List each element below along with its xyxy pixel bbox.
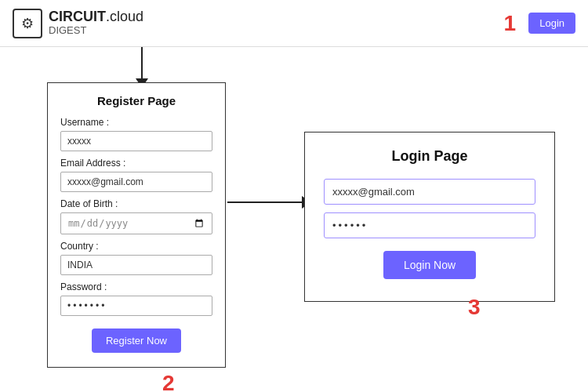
register-card: Register Page Username : Email Address :… bbox=[47, 82, 226, 368]
register-title: Register Page bbox=[60, 94, 212, 107]
logo-area: ⚙ CIRCUIT.cloud DIGEST bbox=[13, 9, 143, 38]
email-label: Email Address : bbox=[60, 158, 212, 169]
dob-label: Date of Birth : bbox=[60, 198, 212, 209]
register-now-button[interactable]: Register Now bbox=[92, 328, 181, 353]
logo-text: CIRCUIT.cloud DIGEST bbox=[49, 9, 143, 36]
logo-circuit: CIRCUIT bbox=[49, 9, 106, 24]
username-label: Username : bbox=[60, 117, 212, 128]
header-login-button[interactable]: Login bbox=[528, 13, 575, 34]
country-label: Country : bbox=[60, 241, 212, 252]
arrow-right-icon bbox=[227, 196, 311, 209]
username-input[interactable] bbox=[60, 131, 212, 151]
email-input[interactable] bbox=[60, 172, 212, 192]
step-3-badge: 3 bbox=[468, 295, 481, 320]
dob-input[interactable] bbox=[60, 212, 212, 234]
login-title: Login Page bbox=[324, 148, 535, 165]
country-input[interactable] bbox=[60, 255, 212, 275]
step-2-badge: 2 bbox=[162, 371, 175, 392]
logo-digest: DIGEST bbox=[49, 25, 143, 36]
logo-cloud: .cloud bbox=[106, 9, 143, 24]
password-input[interactable] bbox=[60, 296, 212, 316]
main-content: Register Page Username : Email Address :… bbox=[0, 47, 588, 392]
login-now-button[interactable]: Login Now bbox=[383, 251, 476, 279]
password-label: Password : bbox=[60, 281, 212, 292]
login-card: Login Page Login Now bbox=[304, 132, 555, 302]
header: ⚙ CIRCUIT.cloud DIGEST 1 Login bbox=[0, 0, 588, 47]
step-1-badge: 1 bbox=[504, 11, 517, 36]
login-email-input[interactable] bbox=[324, 179, 535, 205]
login-password-input[interactable] bbox=[324, 212, 535, 238]
logo-icon: ⚙ bbox=[13, 9, 42, 38]
